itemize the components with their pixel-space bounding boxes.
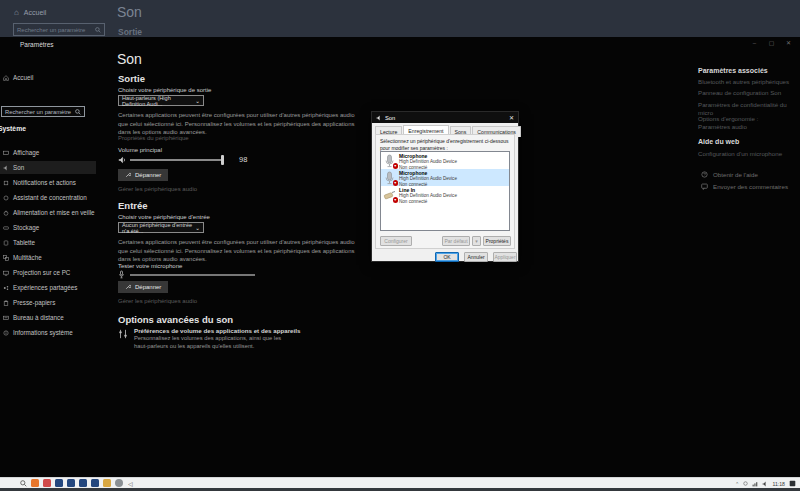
chevron-down-icon: ⌄ bbox=[195, 98, 200, 104]
related-link-ease-of-access[interactable]: Options d'ergonomie : Paramètres audio bbox=[698, 115, 788, 132]
sidebar-item-shared-experiences[interactable]: Expériences partagées bbox=[0, 281, 96, 294]
input-manage-devices-link[interactable]: Gérer les périphériques audio bbox=[118, 298, 197, 304]
network-icon[interactable] bbox=[752, 481, 758, 487]
set-default-dropdown-arrow[interactable]: ▾ bbox=[472, 236, 481, 246]
home-icon bbox=[3, 75, 9, 81]
input-device-value: Aucun périphérique d'entrée n'a été... bbox=[122, 222, 195, 234]
taskbar-settings-icon[interactable] bbox=[115, 479, 123, 487]
output-device-value: Haut-parleurs (High Definition Audi... bbox=[122, 95, 195, 107]
tray-clock[interactable]: 11:18 bbox=[772, 481, 785, 487]
tray-status-icon[interactable] bbox=[743, 481, 748, 486]
sound-icon bbox=[3, 165, 9, 171]
input-device-select[interactable]: Aucun périphérique d'entrée n'a été... ⌄ bbox=[118, 222, 204, 233]
microphone-icon bbox=[118, 270, 125, 279]
sidebar-item-home[interactable]: Accueil bbox=[0, 71, 96, 84]
background-section-heading: Sortie bbox=[118, 27, 142, 37]
properties-button[interactable]: Propriétés bbox=[483, 236, 511, 246]
taskbar-app-red-icon[interactable] bbox=[43, 479, 51, 487]
volume-icon[interactable] bbox=[762, 481, 768, 487]
dialog-titlebar[interactable]: Son ✕ bbox=[372, 112, 518, 123]
window-title: Paramètres bbox=[20, 41, 54, 48]
mic-level-meter bbox=[130, 274, 255, 276]
minimize-button[interactable]: – bbox=[746, 37, 763, 49]
input-troubleshoot-button[interactable]: Dépanner bbox=[118, 281, 168, 293]
sidebar-item-power[interactable]: Alimentation et mise en veille bbox=[0, 206, 96, 219]
get-help-icon bbox=[701, 171, 708, 178]
notifications-icon bbox=[3, 180, 9, 186]
apply-button[interactable]: Appliquer bbox=[493, 252, 517, 262]
web-help-heading: Aide du web bbox=[698, 138, 739, 145]
advanced-section-heading: Options avancées du son bbox=[118, 314, 233, 325]
taskbar-app-blue-icon[interactable] bbox=[67, 479, 75, 487]
taskbar-file-explorer-icon[interactable] bbox=[103, 479, 111, 487]
advanced-volume-preferences[interactable]: Préférences de volume des applications e… bbox=[134, 327, 349, 350]
search-icon bbox=[95, 27, 101, 33]
sidebar-item-focus-assist[interactable]: Assistant de concentration bbox=[0, 191, 96, 204]
output-device-select[interactable]: Haut-parleurs (High Definition Audi... ⌄ bbox=[118, 95, 204, 106]
page-title: Son bbox=[117, 51, 142, 67]
remote-desktop-icon bbox=[3, 315, 9, 321]
sidebar-item-clipboard[interactable]: Presse-papiers bbox=[0, 296, 96, 309]
ok-button[interactable]: OK bbox=[435, 252, 459, 262]
power-icon bbox=[3, 210, 9, 216]
device-row-microphone-2[interactable]: ▾ Microphone High Definition Audio Devic… bbox=[381, 169, 509, 186]
mic-test-label: Tester votre microphone bbox=[118, 263, 182, 269]
output-manage-devices-link[interactable]: Gérer les périphériques audio bbox=[118, 186, 197, 192]
output-troubleshoot-button[interactable]: Dépanner bbox=[118, 169, 168, 181]
output-section-heading: Sortie bbox=[118, 73, 145, 84]
recording-device-list: ▾ Microphone High Definition Audio Devic… bbox=[380, 151, 510, 231]
set-default-button[interactable]: Par défaut bbox=[442, 236, 470, 246]
focus-assist-icon bbox=[3, 195, 9, 201]
maximize-button[interactable]: ▢ bbox=[763, 37, 780, 49]
sidebar-item-remote-desktop[interactable]: Bureau à distance bbox=[0, 311, 96, 324]
related-heading: Paramètres associés bbox=[698, 67, 768, 74]
speaker-icon bbox=[118, 156, 126, 164]
sidebar-item-notifications[interactable]: Notifications et actions bbox=[0, 176, 96, 189]
taskbar-app-blue-icon[interactable] bbox=[91, 479, 99, 487]
taskbar-app-blue-icon[interactable] bbox=[79, 479, 87, 487]
sidebar-item-storage[interactable]: Stockage bbox=[0, 221, 96, 234]
taskbar-app-blue-icon[interactable] bbox=[55, 479, 63, 487]
get-help-link[interactable]: Obtenir de l'aide bbox=[701, 171, 758, 178]
taskbar-search-icon[interactable] bbox=[20, 480, 27, 487]
projecting-icon bbox=[3, 270, 9, 276]
web-help-link-mic-setup[interactable]: Configuration d'un microphone bbox=[698, 150, 782, 158]
sidebar-item-projecting[interactable]: Projection sur ce PC bbox=[0, 266, 96, 279]
close-button[interactable]: ✕ bbox=[780, 37, 797, 49]
tray-chevron-up-icon[interactable]: ⌃ bbox=[735, 481, 739, 487]
sidebar-item-about[interactable]: Informations système bbox=[0, 326, 96, 339]
speaker-icon bbox=[376, 115, 382, 121]
troubleshoot-icon bbox=[125, 172, 131, 178]
configure-button[interactable]: Configurer bbox=[380, 236, 412, 246]
sidebar-item-multitasking[interactable]: Multitâche bbox=[0, 251, 96, 264]
volume-slider-track[interactable] bbox=[130, 159, 224, 161]
send-feedback-link[interactable]: Envoyer des commentaires bbox=[701, 183, 788, 190]
related-link-bluetooth[interactable]: Bluetooth et autres périphériques bbox=[698, 78, 789, 86]
device-row-line-in[interactable]: ▾ Line In High Definition Audio Device N… bbox=[381, 186, 509, 203]
troubleshoot-icon bbox=[125, 284, 131, 290]
sidebar-search-input[interactable]: Rechercher un paramètre bbox=[1, 106, 85, 117]
background-search-input[interactable]: Rechercher un paramètre bbox=[13, 23, 105, 36]
volume-slider-handle[interactable] bbox=[221, 155, 224, 165]
output-device-properties-link[interactable]: Propriétés du périphérique bbox=[118, 135, 189, 141]
related-link-control-panel-sound[interactable]: Panneau de configuration Son bbox=[698, 89, 781, 97]
desktop: ⌂ Accueil Rechercher un paramètre Son So… bbox=[0, 0, 800, 491]
taskbar-app-browser-icon[interactable] bbox=[31, 479, 39, 487]
sidebar-search-placeholder: Rechercher un paramètre bbox=[5, 109, 71, 115]
background-home-nav[interactable]: ⌂ Accueil bbox=[14, 8, 46, 17]
dialog-close-icon[interactable]: ✕ bbox=[509, 114, 514, 121]
action-center-icon[interactable] bbox=[789, 480, 796, 487]
sound-dialog: Son ✕ Lecture Enregistrement Sons Commun… bbox=[371, 111, 519, 262]
home-icon: ⌂ bbox=[14, 8, 19, 17]
device-row-microphone-1[interactable]: ▾ Microphone High Definition Audio Devic… bbox=[381, 152, 509, 169]
display-icon bbox=[3, 150, 9, 156]
output-description: Certaines applications peuvent être conf… bbox=[118, 111, 366, 137]
sidebar-section-header: Système bbox=[0, 125, 26, 132]
taskbar-speaker-icon[interactable]: ◁ bbox=[128, 480, 133, 487]
microphone-device-icon: ▾ bbox=[383, 154, 396, 168]
sidebar-item-display[interactable]: Affichage bbox=[0, 146, 96, 159]
sidebar-item-tablet[interactable]: Tablette bbox=[0, 236, 96, 249]
sidebar-item-sound[interactable]: Son bbox=[0, 161, 96, 174]
cancel-button[interactable]: Annuler bbox=[464, 252, 488, 262]
volume-value: 98 bbox=[239, 155, 247, 164]
